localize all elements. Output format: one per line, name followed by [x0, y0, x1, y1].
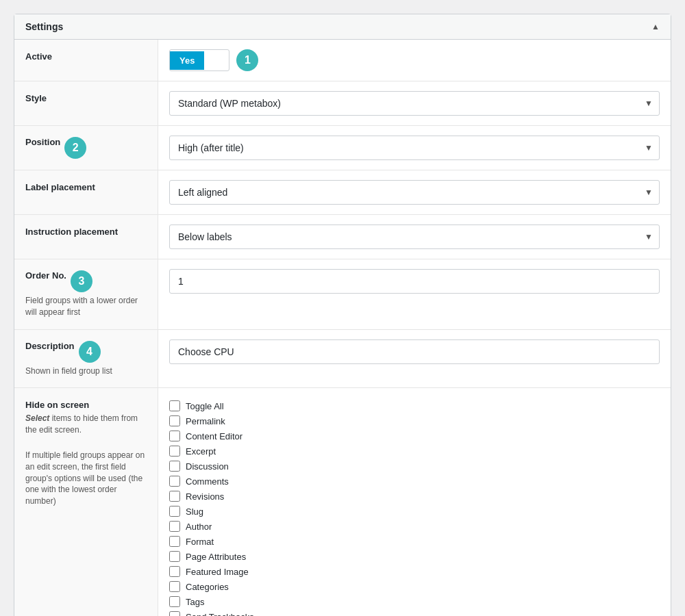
label-placement-select[interactable]: Left aligned Top aligned [169, 180, 660, 205]
checkbox-excerpt[interactable]: Excerpt [169, 446, 254, 457]
position-label-title: Position [25, 137, 60, 147]
checkbox-format-label: Format [186, 537, 214, 547]
control-order-no [158, 259, 671, 329]
checkbox-categories[interactable]: Categories [169, 581, 254, 592]
checkbox-revisions-input[interactable] [169, 491, 180, 502]
checkbox-comments-label: Comments [186, 476, 229, 487]
checkbox-author-input[interactable] [169, 521, 180, 532]
panel-title: Settings [25, 21, 63, 32]
row-description: Description 4 Shown in field group list [14, 330, 671, 389]
badge-1: 1 [236, 49, 258, 71]
instruction-placement-select[interactable]: Below labels Above fields Below fields [169, 224, 660, 249]
checkbox-content-editor-input[interactable] [169, 431, 180, 441]
checkbox-page-attributes-input[interactable] [169, 551, 180, 562]
row-active: Active Yes 1 [14, 40, 671, 81]
style-label-title: Style [25, 93, 47, 103]
checkbox-toggle-all[interactable]: Toggle All [169, 400, 254, 411]
label-position: Position 2 [14, 126, 158, 170]
description-title: Description [25, 341, 75, 351]
label-label-placement: Label placement [14, 170, 158, 214]
label-placement-select-wrapper: Left aligned Top aligned ▼ [169, 180, 660, 205]
order-no-desc: Field groups with a lower order will app… [25, 295, 147, 318]
checkbox-content-editor-label: Content Editor [186, 431, 242, 441]
checkbox-toggle-all-input[interactable] [169, 400, 180, 411]
checkbox-featured-image-label: Featured Image [186, 567, 249, 577]
hide-screen-desc2: If multiple field groups appear on an ed… [25, 450, 147, 507]
hide-screen-desc: Select items to hide them from the edit … [25, 413, 147, 436]
checkbox-permalink-label: Permalink [186, 416, 225, 426]
control-hide-on-screen: Toggle All Permalink Content Editor Exce… [158, 388, 671, 616]
control-active: Yes 1 [158, 40, 671, 81]
checkbox-page-attributes[interactable]: Page Attributes [169, 551, 254, 562]
row-instruction-placement: Instruction placement Below labels Above… [14, 215, 671, 259]
checkbox-comments[interactable]: Comments [169, 476, 254, 487]
description-input[interactable] [169, 339, 660, 364]
checkbox-author[interactable]: Author [169, 521, 254, 532]
checkbox-slug[interactable]: Slug [169, 506, 254, 517]
label-order-no: Order No. 3 Field groups with a lower or… [14, 259, 158, 329]
toggle-container: Yes [169, 49, 229, 71]
checkbox-slug-label: Slug [186, 506, 203, 517]
active-toggle[interactable]: Yes [169, 49, 229, 71]
row-style: Style Standard (WP metabox) Seamless (no… [14, 81, 671, 126]
checkbox-comments-input[interactable] [169, 476, 180, 487]
checkbox-excerpt-label: Excerpt [186, 446, 216, 457]
toggle-no[interactable] [204, 56, 229, 64]
style-select[interactable]: Standard (WP metabox) Seamless (no metab… [169, 91, 660, 116]
control-instruction-placement: Below labels Above fields Below fields ▼ [158, 215, 671, 259]
checkbox-excerpt-input[interactable] [169, 446, 180, 457]
checkbox-tags-input[interactable] [169, 596, 180, 607]
badge-4: 4 [79, 341, 101, 363]
checkbox-tags-label: Tags [186, 597, 204, 607]
checkbox-permalink[interactable]: Permalink [169, 415, 254, 426]
checkbox-categories-label: Categories [186, 582, 229, 592]
label-active: Active [14, 40, 158, 81]
checkbox-discussion-label: Discussion [186, 461, 229, 472]
style-select-wrapper: Standard (WP metabox) Seamless (no metab… [169, 91, 660, 116]
order-no-title: Order No. [25, 270, 66, 281]
control-description [158, 330, 671, 388]
checkbox-featured-image[interactable]: Featured Image [169, 566, 254, 577]
order-no-input[interactable] [169, 269, 660, 294]
toggle-yes[interactable]: Yes [170, 51, 204, 70]
label-description: Description 4 Shown in field group list [14, 330, 158, 388]
checkbox-featured-image-input[interactable] [169, 566, 180, 577]
checkbox-page-attributes-label: Page Attributes [186, 552, 246, 562]
badge-3: 3 [71, 270, 92, 292]
row-hide-on-screen: Hide on screen Select items to hide them… [14, 388, 671, 616]
settings-panel: Settings ▲ Active Yes 1 Style Standard (… [14, 14, 671, 616]
label-hide-on-screen: Hide on screen Select items to hide them… [14, 388, 158, 616]
checkbox-format-input[interactable] [169, 536, 180, 547]
row-order-no: Order No. 3 Field groups with a lower or… [14, 259, 671, 330]
collapse-icon[interactable]: ▲ [651, 22, 660, 31]
checkbox-discussion-input[interactable] [169, 461, 180, 472]
label-instruction-placement: Instruction placement [14, 215, 158, 259]
checkbox-permalink-input[interactable] [169, 415, 180, 426]
label-placement-title: Label placement [25, 182, 95, 192]
control-style: Standard (WP metabox) Seamless (no metab… [158, 81, 671, 125]
checkbox-send-trackbacks[interactable]: Send Trackbacks [169, 611, 254, 616]
row-label-placement: Label placement Left aligned Top aligned… [14, 170, 671, 215]
instruction-placement-title: Instruction placement [25, 227, 118, 237]
checkbox-toggle-all-label: Toggle All [186, 401, 224, 411]
checkbox-tags[interactable]: Tags [169, 596, 254, 607]
control-label-placement: Left aligned Top aligned ▼ [158, 170, 671, 214]
badge-2: 2 [64, 137, 86, 159]
position-select-wrapper: High (after title) Normal Side After con… [169, 136, 660, 160]
checkbox-content-editor[interactable]: Content Editor [169, 431, 254, 441]
hide-screen-title: Hide on screen [25, 400, 89, 410]
checkbox-send-trackbacks-label: Send Trackbacks [186, 612, 254, 616]
checkbox-revisions[interactable]: Revisions [169, 491, 254, 502]
checkbox-send-trackbacks-input[interactable] [169, 611, 180, 616]
checkbox-slug-input[interactable] [169, 506, 180, 517]
checkbox-author-label: Author [186, 522, 212, 532]
control-position: High (after title) Normal Side After con… [158, 126, 671, 170]
checkbox-format[interactable]: Format [169, 536, 254, 547]
checkbox-categories-input[interactable] [169, 581, 180, 592]
label-style: Style [14, 81, 158, 125]
instruction-placement-select-wrapper: Below labels Above fields Below fields ▼ [169, 224, 660, 249]
checkbox-discussion[interactable]: Discussion [169, 461, 254, 472]
active-label-title: Active [25, 51, 52, 62]
description-desc: Shown in field group list [25, 365, 147, 377]
position-select[interactable]: High (after title) Normal Side After con… [169, 136, 660, 160]
